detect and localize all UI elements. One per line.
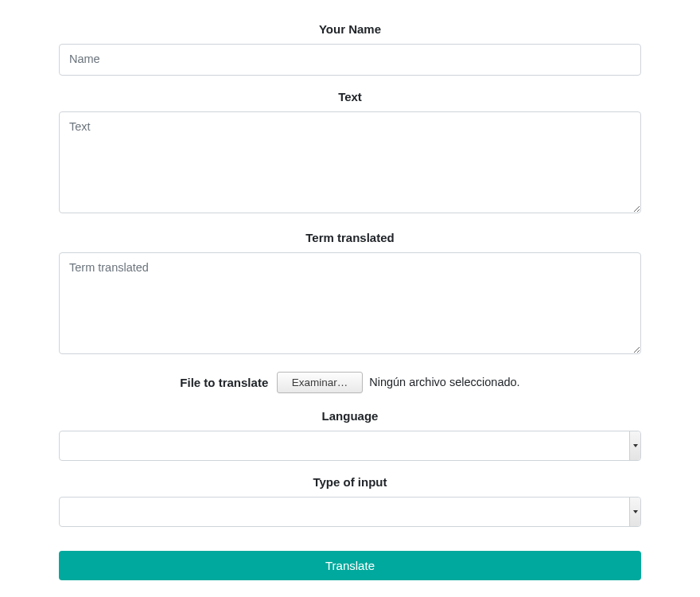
name-group: Your Name [59, 22, 641, 76]
name-input[interactable] [59, 44, 641, 76]
language-label: Language [59, 409, 641, 423]
input-type-select-wrap [59, 497, 641, 527]
term-translated-label: Term translated [59, 231, 641, 244]
file-label: File to translate [180, 376, 268, 389]
text-group: Text [59, 90, 641, 217]
input-type-label: Type of input [59, 475, 641, 489]
language-group: Language [59, 409, 641, 461]
file-browse-button[interactable]: Examinar… [277, 372, 364, 393]
language-select-wrap [59, 431, 641, 461]
language-select[interactable] [60, 431, 640, 460]
text-label: Text [59, 90, 641, 103]
file-widget: Examinar… Ningún archivo seleccionado. [277, 372, 520, 393]
text-textarea[interactable] [59, 111, 641, 213]
file-row: File to translate Examinar… Ningún archi… [59, 372, 641, 393]
name-label: Your Name [59, 22, 641, 36]
input-type-group: Type of input [59, 475, 641, 527]
input-type-select[interactable] [60, 498, 640, 526]
translate-form: Your Name Text Term translated File to t… [0, 0, 700, 597]
file-status-text: Ningún archivo seleccionado. [369, 376, 519, 388]
term-translated-textarea[interactable] [59, 252, 641, 354]
translate-button[interactable]: Translate [59, 551, 641, 580]
term-translated-group: Term translated [59, 231, 641, 357]
